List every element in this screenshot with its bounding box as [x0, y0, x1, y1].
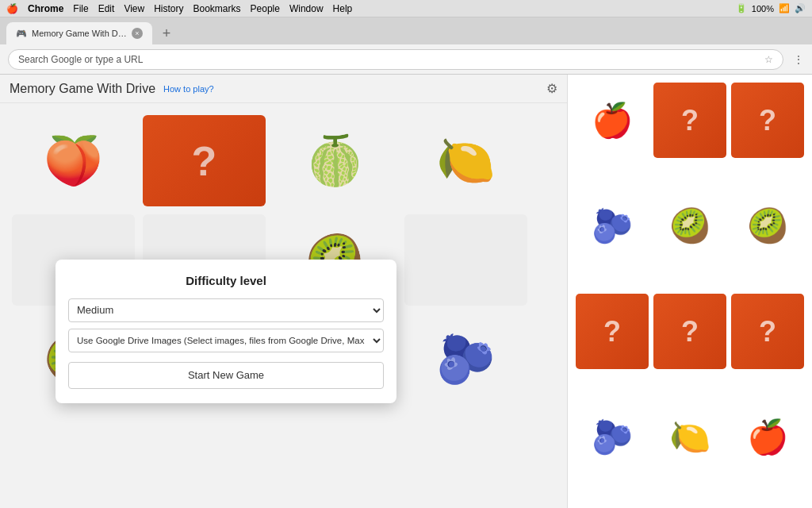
- right-card-kiwi-1[interactable]: 🥝: [653, 188, 726, 264]
- menu-chrome[interactable]: Chrome: [28, 3, 63, 14]
- menu-people[interactable]: People: [251, 3, 280, 14]
- tab-favicon: 🎮: [16, 29, 27, 39]
- page-content: Memory Game With Drive How to play? ⚙ 🍑 …: [0, 75, 812, 508]
- active-tab[interactable]: 🎮 Memory Game With Drive ×: [6, 22, 152, 44]
- menu-file[interactable]: File: [73, 3, 88, 14]
- drive-images-select[interactable]: Use Google Drive Images (Select images, …: [68, 329, 384, 352]
- url-input-container[interactable]: Search Google or type a URL ☆: [8, 49, 783, 70]
- difficulty-dialog: Difficulty level Medium Easy Hard Use Go…: [56, 260, 396, 403]
- new-tab-button[interactable]: +: [155, 22, 178, 44]
- browser-menu-icon[interactable]: ⋮: [793, 53, 804, 66]
- right-card-blueberry-2[interactable]: 🫐: [576, 399, 649, 475]
- dialog-title: Difficulty level: [68, 274, 384, 287]
- right-card-lemon[interactable]: 🍋: [653, 399, 726, 475]
- right-card-q3[interactable]: ?: [576, 294, 649, 369]
- menu-help[interactable]: Help: [333, 3, 353, 14]
- tab-bar: 🎮 Memory Game With Drive × +: [0, 17, 812, 44]
- menu-edit[interactable]: Edit: [98, 3, 115, 14]
- right-card-q5[interactable]: ?: [731, 294, 804, 369]
- right-card-q1[interactable]: ?: [653, 83, 726, 158]
- address-bar: Search Google or type a URL ☆ ⋮: [0, 44, 812, 75]
- menu-history[interactable]: History: [154, 3, 183, 14]
- menu-window[interactable]: Window: [289, 3, 324, 14]
- difficulty-select[interactable]: Medium Easy Hard: [68, 298, 384, 322]
- right-card-q2[interactable]: ?: [731, 83, 804, 158]
- menu-bookmarks[interactable]: Bookmarks: [193, 3, 241, 14]
- tab-close-button[interactable]: ×: [132, 28, 143, 39]
- menubar: 🍎 Chrome File Edit View History Bookmark…: [0, 0, 812, 17]
- right-card-kiwi-2[interactable]: 🥝: [731, 188, 804, 264]
- right-card-apple[interactable]: 🍎: [576, 83, 649, 158]
- right-card-q4[interactable]: ?: [653, 294, 726, 369]
- right-card-blueberry[interactable]: 🫐: [576, 188, 649, 264]
- right-panel: 🍎 ? ? 🫐 🥝 🥝 ? ? ? 🫐 🍋: [567, 75, 812, 508]
- start-new-game-button[interactable]: Start New Game: [68, 362, 384, 389]
- bookmark-icon[interactable]: ☆: [764, 54, 773, 65]
- apple-icon[interactable]: 🍎: [6, 3, 18, 14]
- system-tray: 🔋 100% 📶 🔊: [736, 3, 806, 13]
- menu-view[interactable]: View: [124, 3, 144, 14]
- right-card-apple-2[interactable]: 🍎: [731, 399, 804, 475]
- main-panel: Memory Game With Drive How to play? ⚙ 🍑 …: [0, 75, 567, 508]
- browser-window: 🎮 Memory Game With Drive × + Search Goog…: [0, 17, 812, 508]
- tab-title: Memory Game With Drive: [32, 29, 127, 38]
- url-text: Search Google or type a URL: [18, 54, 760, 65]
- dialog-overlay: Difficulty level Medium Easy Hard Use Go…: [0, 75, 567, 508]
